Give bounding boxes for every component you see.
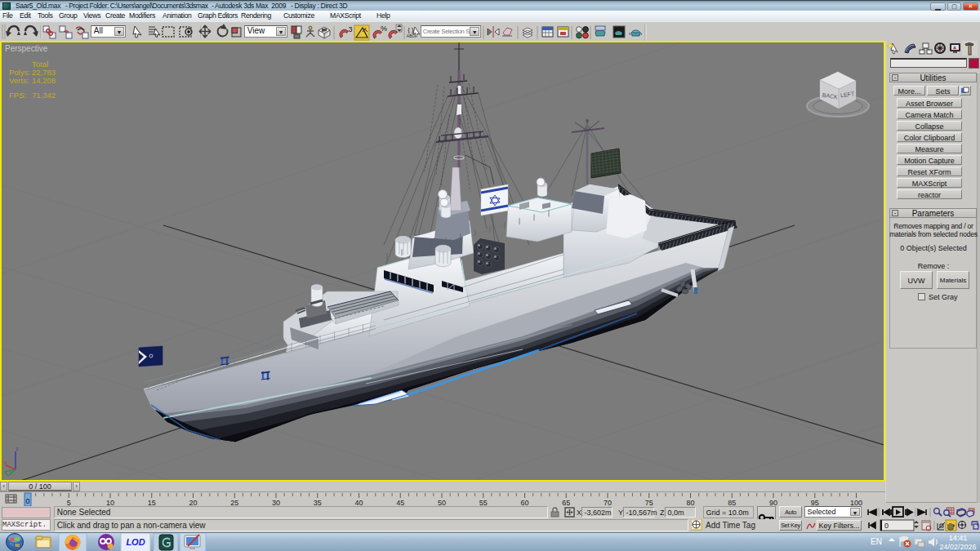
svg-text:0: 0 [884,522,889,530]
svg-text:0: 0 [25,497,29,505]
svg-text:{ }: { } [408,26,414,33]
svg-text:3: 3 [348,25,352,33]
svg-text:ABC: ABC [407,33,416,38]
svg-text:%: % [381,24,387,33]
svg-text:x: x [4,459,7,466]
svg-text:z: z [16,445,19,452]
svg-text:LOD: LOD [126,537,145,547]
